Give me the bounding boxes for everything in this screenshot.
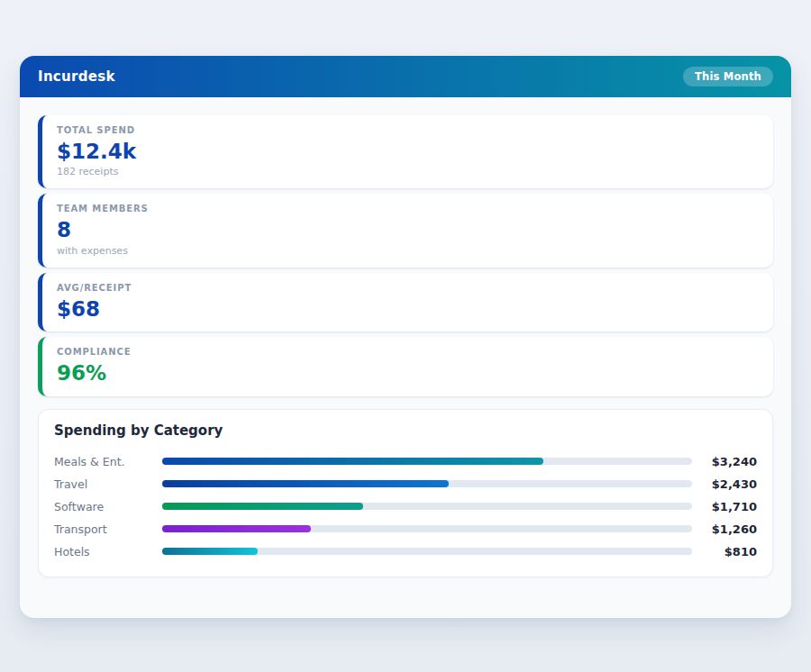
stat-subtext: 182 receipts [57, 166, 759, 177]
category-value: $1,260 [692, 522, 757, 536]
category-label: Software [54, 500, 162, 513]
period-badge[interactable]: This Month [683, 67, 773, 86]
stat-value: 96% [57, 361, 759, 385]
stat-value: $68 [57, 297, 759, 321]
spending-by-category-card: Spending by Category Meals & Ent. $3,240… [38, 409, 773, 577]
category-label: Hotels [54, 545, 162, 558]
bar-fill-hotels [162, 548, 258, 555]
stat-value: $12.4k [57, 140, 759, 163]
stat-subtext: with expenses [57, 245, 759, 257]
stat-card-total-spend: TOTAL SPEND $12.4k 182 receipts [38, 115, 773, 188]
category-row-hotels: Hotels $810 [54, 540, 757, 563]
app-panel: Incurdesk This Month TOTAL SPEND $12.4k … [20, 56, 791, 618]
category-row-meals: Meals & Ent. $3,240 [54, 450, 757, 473]
bar-track [162, 480, 692, 487]
stat-label: TOTAL SPEND [57, 125, 759, 135]
stat-label: COMPLIANCE [57, 347, 759, 357]
stat-label: TEAM MEMBERS [57, 204, 759, 213]
bar-fill-meals [162, 458, 543, 465]
category-label: Meals & Ent. [54, 455, 162, 468]
stat-label: AVG/RECEIPT [57, 283, 759, 293]
bar-track [162, 525, 692, 532]
bar-track [162, 458, 692, 465]
category-value: $1,710 [692, 500, 757, 513]
chart-title: Spending by Category [54, 422, 757, 439]
category-value: $810 [692, 545, 757, 558]
category-label: Transport [54, 522, 162, 536]
stat-card-avg-receipt: AVG/RECEIPT $68 [38, 273, 773, 331]
category-value: $3,240 [692, 455, 757, 468]
bar-track [162, 548, 692, 555]
app-title: Incurdesk [38, 68, 115, 85]
panel-body: TOTAL SPEND $12.4k 182 receipts TEAM MEM… [20, 97, 791, 595]
category-row-travel: Travel $2,430 [54, 473, 757, 495]
category-row-software: Software $1,710 [54, 495, 757, 518]
bar-track [162, 503, 692, 510]
category-row-transport: Transport $1,260 [54, 518, 757, 540]
bar-fill-travel [162, 480, 449, 487]
category-value: $2,430 [692, 477, 757, 491]
bar-fill-transport [162, 525, 311, 532]
stat-card-team-members: TEAM MEMBERS 8 with expenses [38, 194, 773, 267]
category-label: Travel [54, 477, 162, 491]
bar-fill-software [162, 503, 363, 510]
stat-card-compliance: COMPLIANCE 96% [38, 337, 773, 395]
stat-value: 8 [57, 218, 759, 241]
app-header: Incurdesk This Month [20, 56, 791, 97]
